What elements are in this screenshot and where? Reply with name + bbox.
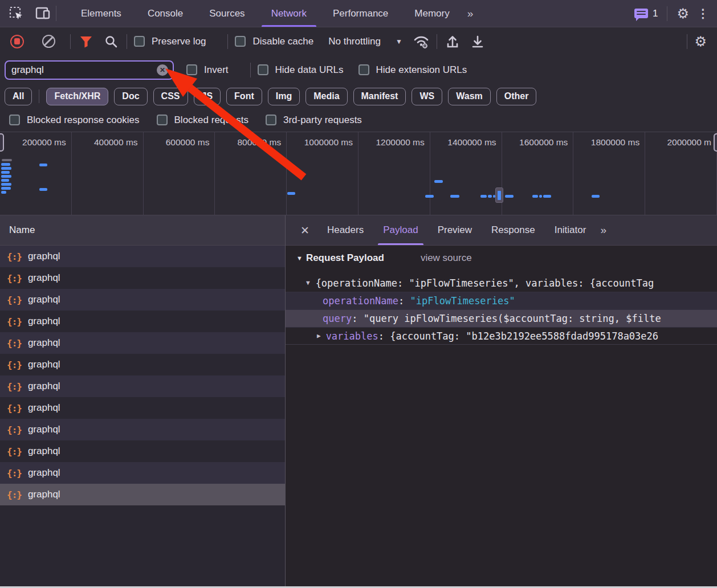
- selected-request-marker[interactable]: [495, 187, 503, 203]
- waterfall-bar[interactable]: [425, 195, 434, 198]
- panel-tab-sources[interactable]: Sources: [196, 0, 258, 27]
- import-har-icon[interactable]: [444, 33, 461, 50]
- waterfall-bar[interactable]: [592, 195, 600, 198]
- waterfall-bar[interactable]: [1, 167, 11, 170]
- close-details-icon[interactable]: ✕: [292, 224, 317, 237]
- search-icon[interactable]: [103, 33, 120, 50]
- waterfall-bar[interactable]: [1, 187, 11, 190]
- payload-query-row[interactable]: query: "query ipFlowTimeseries($accountT…: [286, 309, 717, 327]
- panel-tab-memory[interactable]: Memory: [401, 0, 462, 27]
- request-row[interactable]: {:}graphql: [0, 484, 285, 505]
- waterfall-bar[interactable]: [532, 195, 538, 198]
- waterfall-bar[interactable]: [287, 192, 295, 195]
- network-overview-timeline[interactable]: 200000 ms400000 ms600000 ms800000 ms1000…: [0, 132, 717, 215]
- payload-variables-row[interactable]: ▶ variables: {accountTag: "b12e3b2192ee5…: [286, 327, 717, 345]
- waterfall-bar[interactable]: [39, 164, 47, 166]
- request-row[interactable]: {:}graphql: [0, 246, 285, 267]
- name-column-header[interactable]: Name: [0, 215, 285, 246]
- request-name: graphql: [28, 251, 60, 262]
- waterfall-bar[interactable]: [505, 195, 514, 198]
- clear-filter-icon[interactable]: ✕: [157, 64, 168, 76]
- type-chip-other[interactable]: Other: [496, 88, 537, 105]
- request-row[interactable]: {:}graphql: [0, 375, 285, 397]
- panel-tab-performance[interactable]: Performance: [320, 0, 401, 27]
- payload-string-value: "ipFlowTimeseries": [410, 295, 515, 307]
- overview-right-handle[interactable]: [714, 133, 717, 152]
- more-panels-icon[interactable]: »: [463, 0, 479, 27]
- request-row[interactable]: {:}graphql: [0, 332, 285, 354]
- detail-tab-response[interactable]: Response: [482, 215, 545, 245]
- type-chip-media[interactable]: Media: [305, 88, 347, 105]
- waterfall-bar[interactable]: [1, 163, 10, 166]
- expand-triangle-icon[interactable]: ▶: [317, 332, 321, 340]
- type-chip-ws[interactable]: WS: [412, 88, 442, 105]
- hide-extension-urls-checkbox[interactable]: [358, 64, 369, 75]
- record-stop-button[interactable]: [10, 35, 24, 48]
- preserve-log-checkbox[interactable]: [134, 36, 145, 47]
- blocked-response-cookies-checkbox[interactable]: [9, 115, 20, 125]
- disable-cache-checkbox[interactable]: [235, 36, 246, 47]
- waterfall-bar[interactable]: [1, 175, 11, 178]
- view-source-link[interactable]: view source: [421, 252, 472, 264]
- request-row[interactable]: {:}graphql: [0, 419, 285, 440]
- request-row[interactable]: {:}graphql: [0, 311, 285, 332]
- panel-tab-console[interactable]: Console: [135, 0, 196, 27]
- settings-gear-icon[interactable]: ⚙: [677, 7, 689, 21]
- device-toolbar-icon[interactable]: [34, 5, 51, 22]
- waterfall-bar[interactable]: [1, 191, 6, 194]
- throttling-dropdown[interactable]: No throttling ▼: [328, 36, 402, 47]
- waterfall-bar[interactable]: [1, 179, 9, 182]
- detail-tab-headers[interactable]: Headers: [317, 215, 373, 245]
- waterfall-bar[interactable]: [39, 188, 47, 191]
- type-chip-wasm[interactable]: Wasm: [448, 88, 491, 105]
- waterfall-bar[interactable]: [543, 195, 551, 198]
- waterfall-bar[interactable]: [1, 171, 10, 174]
- waterfall-bar[interactable]: [434, 180, 443, 183]
- request-row[interactable]: {:}graphql: [0, 267, 285, 289]
- request-row[interactable]: {:}graphql: [0, 289, 285, 311]
- json-fetch-icon: {:}: [7, 360, 22, 370]
- inspect-element-icon[interactable]: [8, 5, 25, 22]
- waterfall-bar[interactable]: [2, 159, 12, 161]
- request-row[interactable]: {:}graphql: [0, 440, 285, 462]
- detail-tab-payload[interactable]: Payload: [373, 215, 427, 245]
- network-conditions-icon[interactable]: [413, 33, 430, 50]
- type-chip-doc[interactable]: Doc: [114, 88, 147, 105]
- type-chip-css[interactable]: CSS: [153, 88, 188, 105]
- filter-funnel-icon[interactable]: [78, 33, 95, 50]
- type-chip-font[interactable]: Font: [226, 88, 262, 105]
- detail-tab-preview[interactable]: Preview: [428, 215, 482, 245]
- third-party-requests-checkbox[interactable]: [266, 115, 276, 125]
- request-row[interactable]: {:}graphql: [0, 462, 285, 484]
- panel-tab-network[interactable]: Network: [258, 0, 320, 27]
- collapse-triangle-icon[interactable]: ▼: [296, 255, 303, 262]
- waterfall-bar[interactable]: [480, 195, 487, 198]
- kebab-menu-icon[interactable]: ⋮: [697, 7, 709, 19]
- type-chip-js[interactable]: JS: [194, 88, 221, 105]
- filter-input[interactable]: [11, 64, 157, 76]
- type-chip-fetch-xhr[interactable]: Fetch/XHR: [46, 88, 108, 105]
- invert-checkbox[interactable]: [186, 64, 197, 75]
- issues-counter[interactable]: 1: [634, 8, 658, 19]
- waterfall-bar[interactable]: [450, 195, 459, 198]
- blocked-requests-checkbox[interactable]: [157, 115, 168, 125]
- panel-tab-elements[interactable]: Elements: [68, 0, 135, 27]
- more-detail-tabs-icon[interactable]: »: [596, 224, 612, 236]
- overview-left-handle[interactable]: [0, 133, 4, 152]
- payload-root-row[interactable]: ▼ {operationName: "ipFlowTimeseries", va…: [286, 274, 717, 292]
- clear-requests-button[interactable]: [42, 35, 55, 48]
- hide-data-urls-checkbox[interactable]: [258, 64, 268, 75]
- payload-operation-row[interactable]: operationName: "ipFlowTimeseries": [286, 292, 717, 309]
- request-row[interactable]: {:}graphql: [0, 354, 285, 375]
- type-chip-img[interactable]: Img: [268, 88, 300, 105]
- type-chip-all[interactable]: All: [5, 88, 32, 105]
- request-row[interactable]: {:}graphql: [0, 397, 285, 419]
- waterfall-bar[interactable]: [488, 195, 492, 198]
- network-settings-gear-icon[interactable]: ⚙: [694, 35, 707, 48]
- expand-triangle-icon[interactable]: ▼: [306, 279, 310, 287]
- export-har-icon[interactable]: [469, 33, 486, 50]
- waterfall-bar[interactable]: [539, 195, 542, 198]
- detail-tab-initiator[interactable]: Initiator: [545, 215, 596, 245]
- type-chip-manifest[interactable]: Manifest: [353, 88, 406, 105]
- waterfall-bar[interactable]: [1, 183, 11, 186]
